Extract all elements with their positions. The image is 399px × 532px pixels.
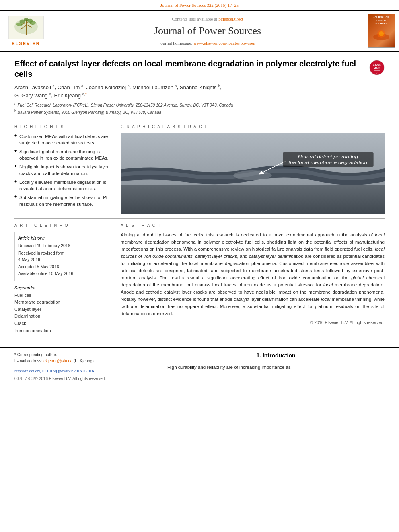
graphical-abstract-image: Natural defect promoting the local membr… <box>121 133 385 214</box>
article-body: Effect of catalyst layer defects on loca… <box>0 52 399 341</box>
article-info-heading: A R T I C L E I N F O <box>14 223 111 228</box>
accepted-date: Accepted 5 May 2016 <box>18 264 107 270</box>
highlight-item-2: Significant global membrane thinning is … <box>14 148 111 161</box>
highlights-list: Customized MEAs with artificial defects … <box>14 133 111 207</box>
affiliation-b: b Ballard Power Systems, 9000 Glenlyon P… <box>14 109 385 115</box>
journal-reference: Journal of Power Sources 322 (2016) 17–2… <box>0 0 399 10</box>
author-3: Joanna Kolodziej b <box>86 84 130 90</box>
sciencedirect-link[interactable]: ScienceDirect <box>218 16 243 21</box>
introduction-text: High durability and reliability are of i… <box>167 364 385 371</box>
journal-homepage-link[interactable]: www.elsevier.com/locate/jpowsour <box>193 41 255 45</box>
highlights-and-graphical: H I G H L I G H T S Customized MEAs with… <box>14 124 385 214</box>
highlight-item-3: Negligible impact is shown for catalyst … <box>14 164 111 177</box>
article-title: Effect of catalyst layer defects on loca… <box>14 58 363 79</box>
graphical-abstract-section: G R A P H I C A L A B S T R A C T <box>121 124 385 214</box>
author-2: Chan Lim a <box>58 84 83 90</box>
journal-homepage-line: journal homepage: www.elsevier.com/locat… <box>159 40 255 46</box>
doi-link[interactable]: http://dx.doi.org/10.1016/j.jpowsour.201… <box>14 369 94 373</box>
journal-header-center: Contents lists available at ScienceDirec… <box>52 11 363 51</box>
issn-line: 0378-7753/© 2016 Elsevier B.V. All right… <box>14 376 151 382</box>
keyword-5: Crack <box>14 320 111 327</box>
article-info-and-abstract: A R T I C L E I N F O Article history: R… <box>14 223 385 334</box>
journal-cover-graphic <box>369 25 393 46</box>
svg-point-24 <box>233 170 272 180</box>
journal-cover-area: JOURNAL OFPOWERSOURCES <box>363 11 399 51</box>
svg-text:the local membrane degradation: the local membrane degradation <box>288 160 367 165</box>
svg-text:Mark: Mark <box>374 66 380 69</box>
abstract-section: A B S T R A C T Aiming at durability iss… <box>121 223 385 334</box>
svg-point-11 <box>24 18 29 21</box>
abstract-text: Aiming at durability issues of fuel cell… <box>121 232 385 318</box>
keywords-label: Keywords: <box>14 285 111 291</box>
highlight-item-4: Locally elevated membrane degradation is… <box>14 179 111 192</box>
affiliations: a Fuel Cell Research Laboratory (FCReL),… <box>14 102 385 116</box>
copyright-line: © 2016 Elsevier B.V. All rights reserved… <box>121 320 385 326</box>
received-revised-date: Received in revised form4 May 2016 <box>18 250 107 263</box>
author-5: Shanna Knights b <box>180 84 220 90</box>
affiliation-a: a Fuel Cell Research Laboratory (FCReL),… <box>14 102 385 108</box>
article-history-box: Article history: Received 19 February 20… <box>14 232 111 282</box>
keyword-1: Fuel cell <box>14 292 111 299</box>
article-info-left: A R T I C L E I N F O Article history: R… <box>14 223 111 334</box>
author-1: Arash Tavassoli a <box>14 84 54 90</box>
author-6: G. Gary Wang a <box>14 92 51 99</box>
graphical-abstract-heading: G R A P H I C A L A B S T R A C T <box>121 124 385 130</box>
svg-text:✓: ✓ <box>376 72 378 74</box>
highlight-item-1: Customized MEAs with artificial defects … <box>14 133 111 146</box>
keywords-section: Keywords: Fuel cell Membrane degradation… <box>14 285 111 334</box>
keyword-4: Delamination <box>14 313 111 320</box>
svg-text:Natural defect promoting: Natural defect promoting <box>298 155 358 160</box>
sciencedirect-availability: Contents lists available at ScienceDirec… <box>172 16 243 22</box>
author-4: Michael Lauritzen b <box>132 84 177 90</box>
available-date: Available online 10 May 2016 <box>18 271 107 277</box>
article-history-label: Article history: <box>18 235 107 242</box>
divider-2 <box>14 218 385 219</box>
footnote-section: * Corresponding author. E-mail address: … <box>0 348 399 386</box>
divider-1 <box>14 120 385 120</box>
journal-header: ELSEVIER Contents lists available at Sci… <box>0 10 399 52</box>
footnote-left: * Corresponding author. E-mail address: … <box>14 352 151 382</box>
email-link[interactable]: ekjeang@sfu.ca <box>43 359 72 363</box>
elsevier-logo-area: ELSEVIER <box>0 11 52 51</box>
membrane-svg: Natural defect promoting the local membr… <box>121 133 385 214</box>
corresponding-author-note: * Corresponding author. E-mail address: … <box>14 352 151 364</box>
journal-cover-image: JOURNAL OFPOWERSOURCES <box>368 14 395 48</box>
svg-text:Cross: Cross <box>373 63 381 66</box>
highlights-heading: H I G H L I G H T S <box>14 124 111 130</box>
highlight-item-5: Substantial mitigating effect is shown f… <box>14 194 111 207</box>
journal-ref-text: Journal of Power Sources 322 (2016) 17–2… <box>160 3 239 8</box>
highlights-section: H I G H L I G H T S Customized MEAs with… <box>14 124 111 214</box>
abstract-heading: A B S T R A C T <box>121 223 385 228</box>
svg-rect-23 <box>121 185 385 214</box>
keyword-6: Iron contamination <box>14 327 111 335</box>
article-title-section: Effect of catalyst layer defects on loca… <box>14 58 385 79</box>
introduction-heading: 1. Introduction <box>167 352 385 360</box>
elsevier-brand-label: ELSEVIER <box>12 41 40 47</box>
elsevier-tree-icon <box>8 16 44 39</box>
journal-title: Journal of Power Sources <box>154 24 261 38</box>
svg-point-15 <box>379 31 384 36</box>
received-date: Received 19 February 2016 <box>18 243 107 249</box>
authors-line: Arash Tavassoli a, Chan Lim a, Joanna Ko… <box>14 83 385 99</box>
author-7: Erik Kjeang a,* <box>54 92 86 99</box>
introduction-section: 1. Introduction High durability and reli… <box>167 352 385 371</box>
crossmark-badge[interactable]: Cross Mark ✓ <box>369 60 385 75</box>
keyword-2: Membrane degradation <box>14 299 111 306</box>
keyword-3: Catalyst layer <box>14 306 111 313</box>
